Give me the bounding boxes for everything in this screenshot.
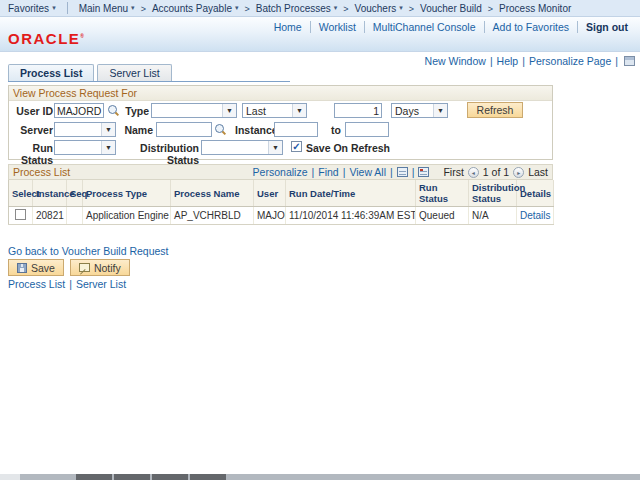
page-utility-links: New Window Help Personalize Page [425, 55, 635, 67]
personalize-page-link[interactable]: Personalize Page [529, 55, 611, 67]
view-process-request-groupbox: View Process Request For User ID MAJORD … [8, 85, 553, 160]
link-separator [615, 55, 618, 67]
row-run-datetime: 11/10/2014 11:46:39AM EST [286, 207, 416, 225]
save-button[interactable]: Save [8, 259, 64, 276]
details-link[interactable]: Details [520, 210, 551, 221]
chevron-down-icon: ▼ [433, 104, 447, 117]
name-label: Name [121, 124, 153, 136]
copy-url-icon[interactable] [624, 56, 635, 66]
breadcrumb-voucher-build[interactable]: Voucher Build [418, 3, 484, 14]
taskbar-segment [152, 474, 188, 480]
save-icon [17, 263, 27, 273]
chevron-down-icon: ▼ [101, 123, 115, 136]
instance-to-input[interactable] [345, 122, 389, 137]
breadcrumb: Favorites Main Menu Accounts Payable Bat… [0, 0, 640, 17]
last-select[interactable]: Last▼ [242, 103, 307, 118]
portal-header: Home Worklist MultiChannel Console Add t… [0, 17, 640, 52]
notify-button[interactable]: Notify [70, 259, 130, 276]
col-run-datetime: Run Date/Time [286, 180, 416, 207]
refresh-button[interactable]: Refresh [467, 102, 523, 118]
link-separator [522, 55, 525, 67]
multichannel-console-link[interactable]: MultiChannel Console [364, 21, 484, 33]
taskbar-segment [190, 474, 226, 480]
taskbar-segment [76, 474, 112, 480]
breadcrumb-separator [137, 3, 150, 14]
pager-first-label[interactable]: First [443, 166, 463, 178]
days-select[interactable]: Days▼ [391, 103, 448, 118]
row-process-name: AP_VCHRBLD [171, 207, 254, 225]
download-grid-icon[interactable] [397, 167, 408, 177]
detach-grid-icon[interactable] [418, 167, 429, 177]
col-run-status: Run Status [416, 180, 469, 207]
pager-next-icon[interactable]: ▸ [513, 167, 524, 178]
help-link[interactable]: Help [497, 55, 519, 67]
worklist-link[interactable]: Worklist [310, 21, 364, 33]
breadcrumb-process-monitor: Process Monitor [497, 3, 573, 14]
portal-links: Home Worklist MultiChannel Console Add t… [266, 21, 636, 33]
col-distribution-status: Distribution Status [469, 180, 517, 207]
add-to-favorites-link[interactable]: Add to Favorites [484, 21, 577, 33]
col-process-name: Process Name [171, 180, 254, 207]
breadcrumb-batch-processes[interactable]: Batch Processes [254, 3, 340, 14]
name-input[interactable] [156, 122, 212, 137]
chevron-down-icon: ▼ [101, 141, 115, 154]
distribution-status-label: Distribution Status [127, 142, 199, 166]
user-id-input[interactable]: MAJORD [54, 103, 104, 118]
breadcrumb-main-menu[interactable]: Main Menu [77, 3, 137, 14]
tab-process-list[interactable]: Process List [8, 64, 94, 81]
row-process-type: Application Engine [83, 207, 171, 225]
chevron-down-icon: ▼ [222, 104, 236, 117]
grid-pager: First ◂ 1 of 1 ▸ Last [443, 166, 548, 178]
pager-range: 1 of 1 [483, 166, 509, 178]
chevron-down-icon: ▼ [292, 104, 306, 117]
tab-server-list[interactable]: Server List [97, 64, 171, 81]
taskbar-segment [0, 474, 20, 480]
server-select[interactable]: ▼ [54, 122, 116, 137]
breadcrumb-accounts-payable[interactable]: Accounts Payable [150, 3, 241, 14]
tab-underline [8, 81, 290, 82]
go-back-link[interactable]: Go back to Voucher Build Request [8, 245, 169, 257]
grid-title: Process List [13, 166, 70, 178]
pager-last-label[interactable]: Last [528, 166, 548, 178]
toolbar-separator [311, 166, 314, 178]
view-all-link[interactable]: View All [349, 166, 386, 178]
row-select-cell [9, 207, 33, 225]
name-lookup-icon[interactable] [214, 123, 226, 135]
home-link[interactable]: Home [266, 21, 310, 33]
last-number-input[interactable]: 1 [334, 103, 382, 118]
footer-server-list-link[interactable]: Server List [76, 278, 126, 290]
save-on-refresh-checkbox[interactable] [291, 141, 302, 152]
user-id-label: User ID [9, 105, 53, 117]
table-header-row: Select Instance Seq. Process Type Proces… [9, 180, 554, 207]
distribution-status-select[interactable]: ▼ [201, 140, 283, 155]
new-window-link[interactable]: New Window [425, 55, 486, 67]
run-status-label: Run Status [9, 142, 53, 166]
row-distribution-status: N/A [469, 207, 517, 225]
row-instance: 20821 [33, 207, 67, 225]
personalize-link[interactable]: Personalize [253, 166, 308, 178]
toolbar-separator [412, 166, 415, 178]
type-select[interactable]: ▼ [151, 103, 237, 118]
row-select-checkbox[interactable] [15, 209, 26, 220]
grid-toolbar: Personalize Find View All First ◂ 1 of 1… [253, 166, 548, 178]
to-label: to [327, 124, 341, 136]
table-row: 20821 Application Engine AP_VCHRBLD MAJO… [9, 207, 554, 225]
instance-label: Instance [235, 124, 273, 136]
breadcrumb-vouchers[interactable]: Vouchers [353, 3, 405, 14]
footer-process-list-link[interactable]: Process List [8, 278, 65, 290]
row-details-link: Details [517, 207, 554, 225]
groupbox-title: View Process Request For [9, 86, 552, 101]
taskbar-segment [114, 474, 150, 480]
breadcrumb-separator [240, 3, 253, 14]
pager-previous-icon[interactable]: ◂ [468, 167, 479, 178]
sign-out-link[interactable]: Sign out [577, 21, 636, 33]
breadcrumb-separator [484, 3, 497, 14]
run-status-select[interactable]: ▼ [54, 140, 116, 155]
breadcrumb-separator [405, 3, 418, 14]
user-id-lookup-icon[interactable] [107, 104, 119, 116]
instance-input[interactable] [274, 122, 318, 137]
col-select: Select [9, 180, 33, 207]
find-link[interactable]: Find [318, 166, 338, 178]
breadcrumb-divider [67, 2, 68, 14]
favorites-menu[interactable]: Favorites [6, 3, 58, 14]
